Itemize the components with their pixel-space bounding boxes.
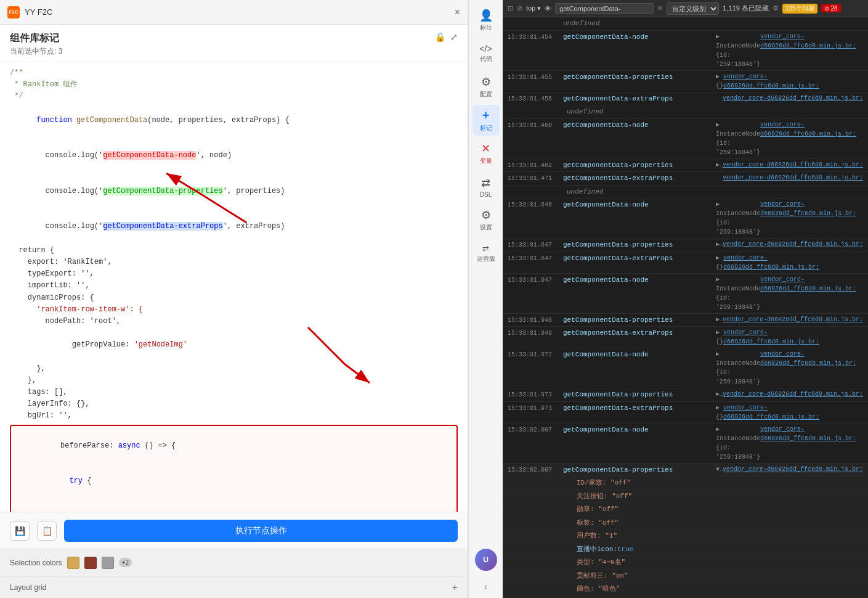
console-row-12[interactable]: 15:33:01.949 getComponentData-extraProps… xyxy=(503,327,868,348)
code-icon: </> xyxy=(479,44,492,54)
user-avatar[interactable]: U xyxy=(475,549,497,571)
code-comment2: * RankItem 组件 xyxy=(10,79,458,91)
warn-count-badge: 135个问题 xyxy=(782,4,817,14)
copy-icon-btn[interactable]: 📋 xyxy=(37,521,57,541)
console-expanded-5: 用户数: "1" xyxy=(503,530,868,543)
component-subtitle: 当前选中节点: 3 xyxy=(10,46,62,57)
layout-grid-plus[interactable]: + xyxy=(452,582,458,593)
save-icon-btn[interactable]: 💾 xyxy=(10,521,30,541)
top-bar: F2C YY F2C × xyxy=(0,0,468,25)
console-row-6-sub: undefined xyxy=(503,186,868,199)
code-log2: console.log('getComponentData-properties… xyxy=(10,174,458,210)
component-header: 组件库标记 当前选中节点: 3 🔒 ⤢ xyxy=(0,25,468,62)
bottom-bar: 💾 📋 执行节点操作 xyxy=(0,512,468,549)
console-row-5[interactable]: 15:33:01.462 getComponentData-properties… xyxy=(503,159,868,173)
sidebar-item-ops[interactable]: ⇄ 运营版 xyxy=(473,238,500,269)
console-row-3[interactable]: 15:33:01.456 getComponentData-extraProps… xyxy=(503,92,868,106)
console-row-14[interactable]: 15:33:01.973 getComponentData-properties… xyxy=(503,388,868,402)
config-icon: ⚙ xyxy=(481,75,491,89)
console-row-15[interactable]: 15:33:01.973 getComponentData-extraProps… xyxy=(503,402,868,424)
console-expanded-8: 贡献前三: "on" xyxy=(503,570,868,583)
console-row-2[interactable]: 15:33:01.455 getComponentData-properties… xyxy=(503,71,868,92)
box-line1: beforeParse: async () => { xyxy=(16,428,452,464)
console-row-10[interactable]: 15:33:01.947 getComponentData-node ▶ Ins… xyxy=(503,274,868,314)
console-row-9[interactable]: 15:33:01.647 getComponentData-extraProps… xyxy=(503,252,868,274)
code-nodepath: nodePath: 'root', xyxy=(10,316,458,327)
code-area: /** * RankItem 组件 */ function getCompone… xyxy=(0,62,468,512)
top-label[interactable]: top ▾ xyxy=(526,4,541,12)
variable-icon: ✕ xyxy=(481,142,490,155)
log-level-select[interactable]: 自定义级别 xyxy=(667,2,719,15)
devtools-search-input[interactable] xyxy=(555,3,654,14)
layout-grid-label: Layout grid xyxy=(10,583,46,592)
console-row-13[interactable]: 15:33:01.972 getComponentData-node ▶ Ins… xyxy=(503,348,868,388)
console-expanded-2: 关注按钮: "off" xyxy=(503,490,868,504)
code-getpropvalue: getPropValue: 'getNodeImg' xyxy=(10,327,458,363)
code-bgurl: bgUrl: '', xyxy=(10,410,458,422)
app-logo: F2C xyxy=(7,6,20,18)
code-close2: }, xyxy=(10,375,458,387)
code-close1: }, xyxy=(10,363,458,375)
sidebar-item-settings[interactable]: ⚙ 设置 xyxy=(473,205,500,236)
box-line3: const res = await fetch('https://fts-tes… xyxy=(16,499,452,512)
left-panel: F2C YY F2C × 组件库标记 当前选中节点: 3 🔒 ⤢ /** * R… xyxy=(0,0,468,598)
copy-icon: 📋 xyxy=(42,526,52,536)
settings-icon: ⚙ xyxy=(481,208,491,222)
sidebar-item-annotate[interactable]: 👤 标注 xyxy=(473,5,500,36)
selection-label: Selection colors xyxy=(10,559,62,567)
console-row-16[interactable]: 15:33:02.007 getComponentData-node ▶ Ins… xyxy=(503,424,868,464)
code-log3: console.log('getComponentData-extraProps… xyxy=(10,209,458,245)
code-layerinfo: layerInfo: {}, xyxy=(10,398,458,410)
code-importlib: importLib: '', xyxy=(10,280,458,292)
annotate-icon: 👤 xyxy=(479,9,493,22)
code-fn: function getComponentData(node, properti… xyxy=(10,103,458,139)
close-button[interactable]: × xyxy=(455,7,460,18)
clear-search-icon[interactable]: ✕ xyxy=(657,4,663,12)
code-export: export: 'RankItem', xyxy=(10,256,458,268)
devtools-toolbar: ⊡ ⊘ top ▾ 👁 ✕ 自定义级别 1,119 条已隐藏 ⚙ 135个问题 … xyxy=(503,0,868,17)
code-return: return { xyxy=(10,245,458,256)
collapse-button[interactable]: ‹ xyxy=(473,578,500,596)
ops-icon: ⇄ xyxy=(482,244,489,253)
console-expanded-proto[interactable]: ▶ [[Prototype]]: Object xyxy=(503,596,868,599)
console-expanded-7: 类型: "4~N名" xyxy=(503,556,868,570)
console-row-7[interactable]: 15:33:01.646 getComponentData-node ▶ Ins… xyxy=(503,199,868,239)
lock-icon[interactable]: 🔒 xyxy=(435,32,445,42)
console-row-3-sub: undefined xyxy=(503,105,868,119)
console-row-4[interactable]: 15:33:01.460 getComponentData-node ▶ Ins… xyxy=(503,119,868,159)
console-row-17[interactable]: 15:33:02.007 getComponentData-properties… xyxy=(503,464,868,477)
code-log1: console.log('getComponentData-node', nod… xyxy=(10,138,458,174)
color-swatch-1[interactable] xyxy=(67,557,79,569)
sidebar-item-code[interactable]: </> 代码 xyxy=(473,38,500,69)
code-tags: tags: [], xyxy=(10,387,458,398)
execute-button[interactable]: 执行节点操作 xyxy=(64,520,458,542)
code-comment1: /** xyxy=(10,67,458,79)
console-row-11[interactable]: 15:33:01.948 getComponentData-properties… xyxy=(503,314,868,327)
sidebar-item-mark[interactable]: + 标记 xyxy=(473,105,500,136)
layout-grid-row: Layout grid + xyxy=(0,576,468,598)
right-sidebar: 👤 标注 </> 代码 ⚙ 配置 + 标记 ✕ 变量 ⇄ DSL ⚙ 设置 ⇄ … xyxy=(468,0,503,598)
sidebar-item-dsl[interactable]: ⇄ DSL xyxy=(473,171,500,202)
expand-icon[interactable]: ⤢ xyxy=(450,32,458,42)
sidebar-item-config[interactable]: ⚙ 配置 xyxy=(473,72,500,102)
sidebar-item-variable[interactable]: ✕ 变量 xyxy=(473,138,500,169)
eye-icon[interactable]: 👁 xyxy=(545,5,551,12)
console-expanded-9: 颜色: "暗色" xyxy=(503,583,868,596)
console-row-6[interactable]: 15:33:01.471 getComponentData-extraProps… xyxy=(503,172,868,186)
dsl-icon: ⇄ xyxy=(481,176,490,190)
console-area[interactable]: undefined 15:33:01.454 getComponentData-… xyxy=(503,17,868,598)
console-expanded-1: ID/家族: "off" xyxy=(503,477,868,490)
color-plus-badge[interactable]: +2 xyxy=(119,558,132,567)
settings-gear-icon[interactable]: ⚙ xyxy=(773,4,779,12)
code-typeexport: typeExport: '', xyxy=(10,268,458,280)
error-count-badge: ⊘ 28 xyxy=(821,4,841,12)
devtools-panel: ⊡ ⊘ top ▾ 👁 ✕ 自定义级别 1,119 条已隐藏 ⚙ 135个问题 … xyxy=(503,0,868,598)
console-row-undefined0: undefined xyxy=(503,17,868,31)
color-swatch-3[interactable] xyxy=(102,557,114,569)
color-swatch-2[interactable] xyxy=(84,557,97,569)
console-row-1[interactable]: 15:33:01.454 getComponentData-node ▶ Ins… xyxy=(503,31,868,71)
console-expanded-3: 勋章: "off" xyxy=(503,503,868,517)
console-row-8[interactable]: 15:33:01.647 getComponentData-properties… xyxy=(503,239,868,252)
console-expanded-6: 直播中icon: true xyxy=(503,543,868,557)
app-name: YY F2C xyxy=(25,7,52,17)
